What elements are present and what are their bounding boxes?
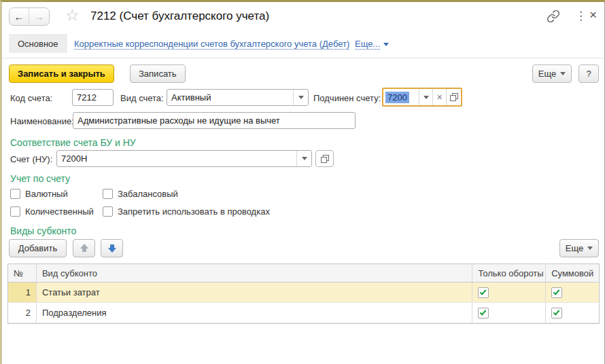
nav-more-label: Еще... (355, 39, 380, 50)
save-button[interactable]: Записать (130, 65, 186, 83)
correspondence-link[interactable]: Корректные корреспонденции счетов бухгал… (74, 39, 349, 50)
check-icon (553, 308, 560, 315)
checkbox-box (103, 189, 113, 199)
close-icon[interactable]: × (589, 7, 597, 22)
nu-dropdown-button[interactable] (296, 151, 311, 166)
window-menu-icon[interactable]: ⋮ (575, 9, 587, 23)
parent-account-value[interactable]: 7200 (383, 89, 419, 105)
chevron-down-icon (560, 72, 566, 75)
type-label: Вид счета: (120, 93, 164, 103)
get-link-icon[interactable] (547, 10, 560, 23)
toolbar-more-button[interactable]: Еще (532, 65, 572, 83)
checkbox-label: Запретить использовать в проводках (118, 206, 270, 217)
add-subconto-button[interactable]: Добавить (9, 239, 67, 257)
checkbox-offbalance[interactable]: Забалансовый (103, 189, 178, 199)
checkbox-quantitative[interactable]: Количественный (10, 206, 94, 217)
forward-arrow-icon: → (34, 11, 44, 22)
checkbox-forbid-postings[interactable]: Запретить использовать в проводках (103, 206, 270, 217)
move-up-button[interactable] (73, 239, 95, 257)
row-number: 2 (8, 303, 37, 323)
open-form-icon (450, 93, 458, 101)
subconto-more-label: Еще (566, 243, 583, 253)
back-arrow-icon: ← (14, 11, 24, 22)
type-dropdown-button[interactable] (293, 90, 308, 105)
move-down-button[interactable] (101, 239, 123, 257)
subconto-name: Подразделения (37, 303, 472, 323)
turnover-checkbox[interactable] (478, 308, 489, 318)
forward-button[interactable]: → (29, 8, 49, 25)
divider (2, 58, 605, 58)
nav-more-menu[interactable]: Еще... (355, 39, 389, 50)
open-form-icon (321, 155, 329, 163)
subconto-table: № Вид субконто Только обороты Суммовой 1… (7, 263, 600, 324)
nu-account-label: Счет (НУ): (10, 154, 52, 164)
arrow-down-icon (107, 244, 117, 253)
column-header-subconto[interactable]: Вид субконто (37, 264, 472, 282)
table-header-row: № Вид субконто Только обороты Суммовой (8, 264, 599, 283)
parent-account-label: Подчинен счету: (313, 93, 381, 103)
account-card-window: ← → ☆ 7212 (Счет бухгалтерского учета) ⋮… (0, 0, 605, 364)
summable-checkbox[interactable] (551, 308, 562, 318)
chevron-down-icon (587, 247, 593, 250)
code-input[interactable] (72, 89, 114, 106)
checkbox-box (103, 206, 113, 217)
checkbox-box (10, 206, 20, 217)
column-header-num[interactable]: № (8, 264, 37, 282)
parent-clear-button[interactable]: × (432, 89, 446, 105)
name-label: Наименование: (10, 116, 74, 126)
tab-main[interactable]: Основное (9, 34, 67, 53)
section-subconto-title: Виды субконто (10, 225, 76, 236)
page-title: 7212 (Счет бухгалтерского учета) (90, 10, 269, 23)
parent-open-button[interactable] (446, 89, 461, 105)
nu-open-button[interactable] (315, 150, 334, 167)
column-header-summable[interactable]: Суммовой (546, 264, 599, 282)
table-row[interactable]: 1 Статьи затрат (8, 283, 599, 303)
checkbox-currency[interactable]: Валютный (10, 189, 68, 199)
chevron-down-icon (302, 157, 307, 160)
chevron-down-icon (298, 96, 304, 99)
checkbox-label: Забалансовый (118, 189, 178, 199)
column-header-turnover[interactable]: Только обороты (472, 264, 546, 282)
chevron-down-icon (424, 96, 429, 99)
save-and-close-button[interactable]: Записать и закрыть (9, 65, 114, 83)
favorite-star-icon[interactable]: ☆ (65, 7, 80, 23)
summable-checkbox[interactable] (551, 287, 562, 298)
selected-text: 7200 (385, 92, 409, 103)
check-icon (480, 288, 487, 295)
nu-account-combobox[interactable]: 7200Н (56, 150, 312, 167)
parent-account-combobox[interactable]: 7200 × (382, 88, 462, 107)
checkbox-label: Количественный (25, 206, 94, 217)
code-label: Код счета: (10, 93, 52, 103)
clear-x-icon: × (436, 92, 442, 102)
turnover-checkbox[interactable] (478, 287, 489, 298)
table-row[interactable]: 2 Подразделения (8, 303, 599, 323)
toolbar-more-label: Еще (538, 69, 556, 79)
checkbox-box (10, 189, 20, 199)
type-value: Активный (167, 90, 293, 105)
subconto-name: Статьи затрат (37, 283, 472, 302)
back-button[interactable]: ← (10, 8, 29, 25)
checkbox-label: Валютный (25, 189, 68, 199)
parent-dropdown-button[interactable] (419, 89, 432, 105)
nu-account-value: 7200Н (57, 151, 296, 166)
history-nav-group: ← → (9, 7, 50, 26)
type-combobox[interactable]: Активный (167, 89, 309, 106)
arrow-up-icon (80, 244, 89, 253)
row-number: 1 (8, 283, 37, 302)
chevron-down-icon (383, 43, 389, 46)
help-button[interactable]: ? (578, 65, 599, 83)
section-bu-nu-title: Соответствие счета БУ и НУ (10, 137, 136, 148)
check-icon (480, 308, 487, 315)
section-account-title: Учет по счету (10, 173, 70, 184)
check-icon (553, 288, 560, 295)
name-input[interactable] (73, 112, 356, 129)
subconto-more-button[interactable]: Еще (559, 239, 599, 257)
